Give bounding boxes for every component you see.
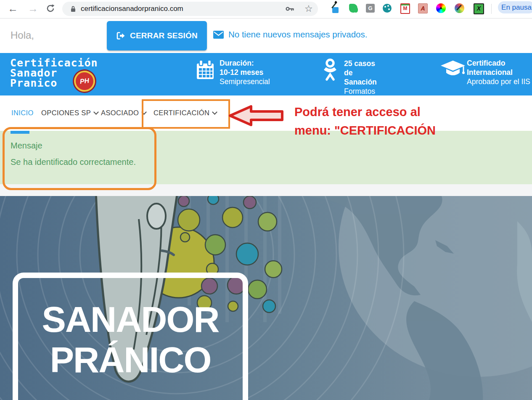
- x-extension-icon[interactable]: X: [473, 3, 484, 14]
- hero-title-line-1: SANADOR: [18, 299, 243, 339]
- evernote-extension-icon[interactable]: [348, 3, 359, 14]
- dropper-square: [332, 7, 339, 13]
- nav-item-inicio[interactable]: INICIO: [11, 109, 34, 117]
- g-letter: G: [366, 4, 375, 13]
- feature-certificate: Certificado Internacional Aprobado por e…: [441, 53, 532, 95]
- hero-title-line-2: PRÁNICO: [18, 339, 243, 380]
- bookmark-star-icon[interactable]: ☆: [304, 3, 313, 15]
- toolbar-divider: [491, 4, 492, 14]
- annotation-text-line-1: Podrá tener acceso al: [294, 103, 436, 121]
- url-text[interactable]: certificacionsanadorpranico.com: [81, 2, 183, 16]
- feature-cases-subtitle: Formatos especiales: [344, 87, 379, 95]
- greeting-text: Hola,: [11, 29, 34, 41]
- color-wheel-extension-icon[interactable]: [436, 3, 447, 14]
- annotation-arrow-icon: [228, 105, 284, 126]
- feature-duration-subtitle: Semipresencial: [220, 77, 270, 86]
- palette-extension-icon[interactable]: [382, 3, 393, 14]
- reload-icon[interactable]: [45, 3, 56, 13]
- page: ← → certificacionsanadorpranico.com ☆: [0, 0, 532, 400]
- paint-extension-icon[interactable]: [454, 3, 465, 14]
- feature-duration-value: 10-12 meses: [220, 68, 270, 77]
- key-icon[interactable]: [285, 5, 295, 13]
- chevron-down-icon: [93, 109, 99, 115]
- hero-title: SANADOR PRÁNICO: [18, 299, 243, 380]
- shield-icon: M: [400, 3, 410, 14]
- pdf-extension-icon[interactable]: A: [417, 3, 428, 14]
- annotation-text: Podrá tener acceso al menu: "CERTIFICACI…: [294, 103, 436, 140]
- nav-item-opciones-sp[interactable]: OPCIONES SP: [41, 109, 98, 117]
- pause-button[interactable]: En pausa: [498, 1, 532, 13]
- address-bar[interactable]: certificacionsanadorpranico.com ☆: [62, 2, 318, 16]
- site-header: Hola, CERRAR SESIÓN No tiene nuevos mens…: [0, 19, 532, 53]
- forward-icon[interactable]: →: [28, 2, 38, 15]
- elephant-trunk: [355, 8, 358, 13]
- hero-section: SANADOR PRÁNICO: [0, 196, 532, 400]
- color-wheel-icon: [436, 3, 446, 13]
- private-messages-link[interactable]: No tiene nuevos mensajes privados.: [213, 29, 367, 40]
- calendar-icon: [196, 60, 214, 80]
- back-icon[interactable]: ←: [8, 2, 18, 15]
- logout-label: CERRAR SESIÓN: [130, 31, 198, 40]
- nav-label-opciones-sp: OPCIONES SP: [41, 109, 91, 117]
- palette-icon: [383, 4, 392, 13]
- private-messages-text: No tiene nuevos mensajes privados.: [228, 29, 367, 40]
- lock-icon[interactable]: [70, 5, 77, 13]
- nav-label-inicio: INICIO: [11, 109, 34, 117]
- shield-extension-icon[interactable]: M: [400, 3, 410, 14]
- annotation-highlight-message: [3, 127, 156, 190]
- envelope-icon: [213, 31, 224, 39]
- annotation-highlight-certificacion: [142, 99, 230, 129]
- logout-button[interactable]: CERRAR SESIÓN: [107, 21, 207, 50]
- annotation-text-line-2: menu: "CERTIFICACIÓN: [294, 121, 436, 140]
- nav-item-asociado[interactable]: ASOCIADO: [101, 109, 146, 117]
- feature-certificate-title: Certificado: [467, 58, 530, 68]
- hero-title-frame: SANADOR PRÁNICO: [13, 273, 248, 400]
- g-extension-icon[interactable]: G: [365, 3, 376, 14]
- paint-icon: [455, 3, 464, 13]
- feature-certificate-subtitle: Aprobado por el IIS: [467, 77, 530, 86]
- person-icon: [322, 58, 338, 82]
- feature-cases-title: 25 casos de Sanación: [344, 59, 379, 87]
- x-icon: X: [474, 3, 484, 14]
- nav-label-asociado: ASOCIADO: [101, 109, 139, 117]
- top-banner: Certificación Sanador Pranico PH Duració…: [0, 53, 532, 95]
- feature-duration-title: Duración:: [220, 58, 270, 68]
- color-picker-extension-icon[interactable]: [329, 3, 340, 14]
- pdf-icon: A: [418, 3, 428, 13]
- logout-icon: [116, 32, 125, 40]
- feature-certificate-title2: Internacional: [467, 68, 530, 77]
- graduation-cap-icon: [441, 60, 465, 79]
- browser-toolbar: ← → certificacionsanadorpranico.com ☆: [0, 0, 532, 19]
